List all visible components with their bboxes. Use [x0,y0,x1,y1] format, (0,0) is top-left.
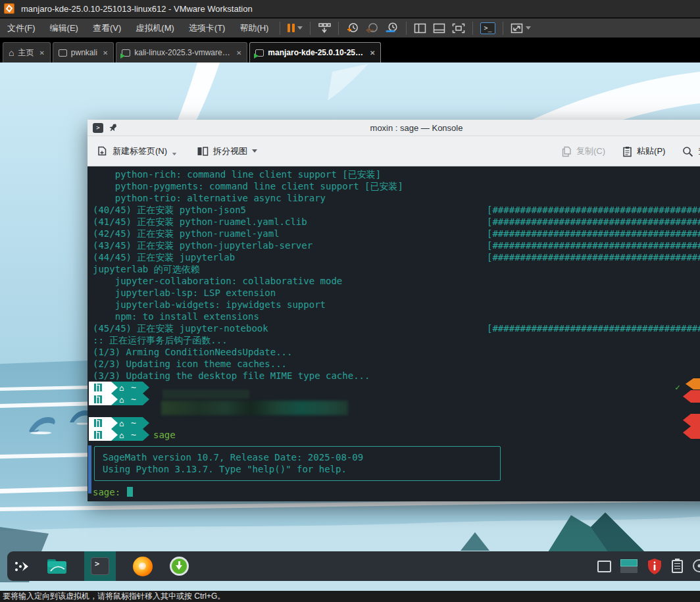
tab-label: kali-linux-2025.3-vmware-am... [134,48,231,57]
new-tab-icon [97,145,108,157]
terminal-line: npm: to install extensions [93,311,700,322]
vm-running-icon [122,49,130,57]
system-tray [597,551,700,581]
app-launcher-icon[interactable] [14,561,30,572]
menu-item[interactable]: 文件(F) [0,20,43,37]
tab-label: pwnkali [71,48,97,57]
vm-tab[interactable]: manjaro-kde-25.0.10-251...✕ [249,42,381,63]
konsole-window: > moxin : sage — Konsole 新建标签页(N) 拆分视图 [88,120,700,501]
konsole-toolbar-right: 复制(C) 粘贴(P) 查找 [561,136,700,166]
pause-icon [288,24,295,32]
terminal-line: jupyterlab 的可选依赖 [93,263,700,275]
toolbar-separator [310,22,311,35]
terminal-line: (2/3) Updating icon theme caches... [93,358,700,370]
manjaro-logo-icon [94,395,102,403]
menu-item[interactable]: 帮助(H) [232,20,276,37]
terminal-line: (41/45) 正在安装 python-ruamel.yaml.clib[###… [93,216,700,228]
terminal-line: python-pygments: command line client sup… [93,180,700,192]
show-library-icon [414,23,426,34]
redacted-output [162,389,249,399]
security-shield-icon[interactable] [647,558,662,575]
copy-icon [561,146,572,157]
firefox-icon[interactable] [133,557,153,576]
vm-tab[interactable]: pwnkali✕ [53,42,114,63]
text-cursor [127,487,133,497]
prompt-path: ~ [131,429,136,441]
vmware-workstation-window: manjaro-kde-25.0.10-251013-linux612 - VM… [0,0,700,602]
close-icon[interactable]: ✕ [236,49,241,57]
redacted-output [161,401,348,415]
konsole-title: moxin : sage — Konsole [88,123,700,133]
new-tab-button[interactable]: 新建标签页(N) [97,145,177,157]
revert-snapshot-icon [366,22,379,34]
banner-line: Using Python 3.13.7. Type "help()" for h… [103,463,500,475]
window-overview-icon[interactable] [597,561,611,572]
pause-button[interactable] [284,20,306,36]
prompt-path: ~ [131,393,136,405]
take-snapshot-icon [346,22,359,34]
banner-line: SageMath version 10.7, Release Date: 202… [103,451,500,463]
console-view-icon: >_ [480,22,495,34]
show-thumbnail-bar-button[interactable] [430,20,449,36]
terminal-line: python-rich: command line client support… [93,168,700,180]
copy-label: 复制(C) [576,145,605,157]
terminal-line: (42/45) 正在安装 python-ruamel-yaml[########… [93,228,700,239]
panel-launchers: > [14,551,189,581]
progress-bar: [#######################################… [487,204,700,216]
vmware-logo-icon [4,3,14,14]
konsole-task-button[interactable]: > [84,551,116,581]
display-icon[interactable] [620,559,638,573]
window-title: manjaro-kde-25.0.10-251013-linux612 - VM… [21,4,253,14]
vm-tab[interactable]: kali-linux-2025.3-vmware-am...✕ [116,42,247,63]
konsole-title-bar[interactable]: > moxin : sage — Konsole [88,120,700,136]
new-tab-label: 新建标签页(N) [113,145,167,157]
menu-item[interactable]: 编辑(E) [43,20,86,37]
take-snapshot-button[interactable] [343,20,362,36]
terminal-line: (45/45) 正在安装 jupyter-notebook[##########… [93,322,700,334]
search-icon [682,146,693,157]
optical-disc-icon[interactable] [692,559,700,574]
revert-snapshot-button[interactable] [362,20,382,36]
prompt-right-segment [683,414,700,426]
exit-status-ok-icon: ✓ [675,382,680,393]
console-view-button[interactable]: >_ [477,20,498,36]
paste-icon [622,146,632,157]
home-icon: ⌂ [119,382,124,394]
vm-running-icon [255,49,264,57]
paste-button[interactable]: 粘贴(P) [622,145,665,157]
progress-bar: [#######################################… [487,251,700,263]
terminal-line: jupyter-collaboration: collaborative mod… [93,275,700,287]
unity-mode-icon [452,23,465,34]
snapshot-manager-button[interactable] [382,20,402,36]
package-updater-icon[interactable] [170,557,189,576]
find-button[interactable]: 查找 [682,145,700,157]
vmware-title-bar: manjaro-kde-25.0.10-251013-linux612 - VM… [0,0,700,18]
split-view-button[interactable]: 拆分视图 [197,145,257,157]
clipboard-icon[interactable] [672,560,683,573]
progress-bar: [#######################################… [487,216,700,228]
chevron-down-icon [252,149,257,153]
fullscreen-button[interactable] [507,20,534,36]
close-icon[interactable]: ✕ [39,49,44,57]
toolbar-separator [472,22,473,35]
terminal-line: (1/3) Arming ConditionNeedsUpdate... [93,346,700,358]
menu-item[interactable]: 选项卡(T) [182,20,233,37]
vm-screen-icon [59,49,67,57]
manjaro-logo-icon [94,384,102,391]
close-icon[interactable]: ✕ [370,49,375,57]
shell-prompt: ⌂~ ⌂~ [89,382,168,405]
unity-mode-button[interactable] [449,20,468,36]
copy-button[interactable]: 复制(C) [561,145,605,157]
terminal-line: (43/45) 正在安装 python-jupyterlab-server[##… [93,239,700,251]
terminal[interactable]: python-rich: command line client support… [88,166,700,501]
manjaro-logo-icon [94,419,102,427]
send-ctrl-alt-del-button[interactable] [314,20,334,36]
vm-tab[interactable]: ⌂主页✕ [3,42,51,63]
show-library-button[interactable] [411,20,430,36]
dolphin-file-manager-icon[interactable] [47,558,67,574]
chevron-down-icon [172,153,176,155]
terminal-line: jupyterlab-lsp: LSP extension [93,287,700,299]
menu-item[interactable]: 虚拟机(M) [128,20,182,37]
close-icon[interactable]: ✕ [103,49,108,57]
menu-item[interactable]: 查看(V) [86,20,128,37]
